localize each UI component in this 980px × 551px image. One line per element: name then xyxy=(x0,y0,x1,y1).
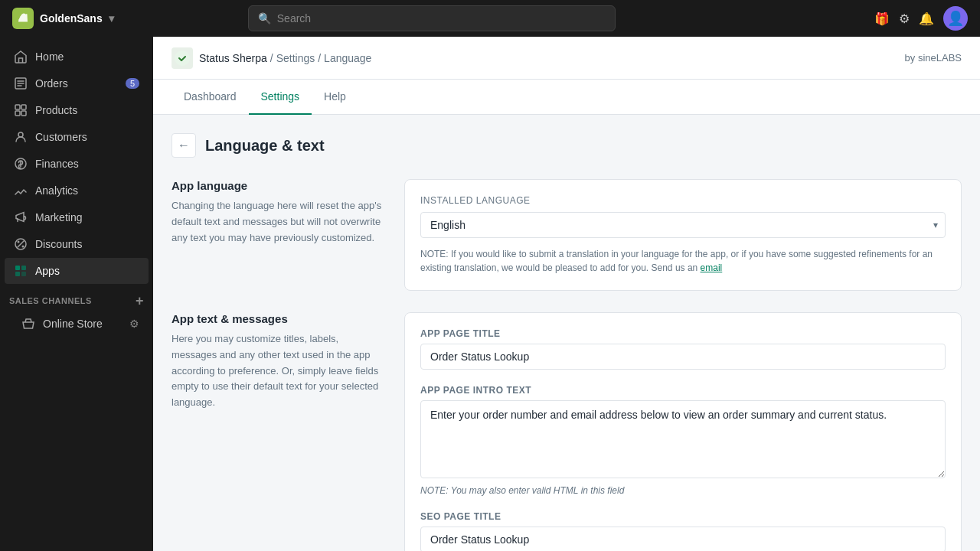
sales-channels-section: SALES CHANNELS + xyxy=(0,285,153,311)
search-container: 🔍 xyxy=(248,5,616,31)
sidebar-item-products[interactable]: Products xyxy=(5,97,149,123)
analytics-icon xyxy=(14,184,28,197)
language-note-text: NOTE: If you would like to submit a tran… xyxy=(420,249,933,273)
svg-rect-9 xyxy=(15,266,20,270)
email-link[interactable]: email xyxy=(701,262,723,273)
notification-icon[interactable]: 🔔 xyxy=(916,8,937,29)
app-page-intro-textarea[interactable]: Enter your order number and email addres… xyxy=(420,400,946,478)
apps-icon xyxy=(14,264,28,278)
topbar-icons: 🎁 ⚙ 🔔 xyxy=(871,8,937,29)
language-select-wrapper: English French German Spanish Dutch ▾ xyxy=(420,212,946,238)
tab-settings[interactable]: Settings xyxy=(249,80,312,115)
app-text-desc: Here you may customize titles, labels, m… xyxy=(172,331,386,411)
svg-rect-2 xyxy=(21,105,26,109)
finances-icon xyxy=(14,157,28,171)
orders-badge: 5 xyxy=(126,78,139,89)
orders-icon xyxy=(14,77,28,90)
topbar: GoldenSans ▾ 🔍 🎁 ⚙ 🔔 👤 xyxy=(0,0,980,37)
search-input[interactable] xyxy=(277,12,606,24)
sidebar-item-finances-label: Finances xyxy=(35,158,79,170)
page-title: Language & text xyxy=(205,137,325,155)
app-page-title-field: APP PAGE TITLE xyxy=(420,328,946,370)
avatar[interactable]: 👤 xyxy=(943,6,968,31)
installed-language-label: Installed language xyxy=(420,195,946,206)
products-icon xyxy=(14,103,28,117)
installed-language-card: Installed language English French German… xyxy=(404,179,962,291)
sidebar-item-marketing[interactable]: Marketing xyxy=(5,204,149,230)
language-select[interactable]: English French German Spanish Dutch xyxy=(420,212,946,238)
app-language-section: App language Changing the language here … xyxy=(172,179,962,291)
breadcrumb-app: Status Sherpa xyxy=(199,52,267,64)
svg-point-13 xyxy=(175,51,190,66)
language-note: NOTE: If you would like to submit a tran… xyxy=(420,247,946,275)
gift-icon[interactable]: 🎁 xyxy=(871,8,893,29)
svg-rect-10 xyxy=(21,266,26,270)
app-page-title-label: APP PAGE TITLE xyxy=(420,328,946,339)
app-page-intro-label: APP PAGE INTRO TEXT xyxy=(420,385,946,396)
app-text-title: App text & messages xyxy=(172,312,386,325)
app-text-card: APP PAGE TITLE APP PAGE INTRO TEXT Enter… xyxy=(404,312,962,551)
sidebar-nav: Home Orders 5 Products Customers xyxy=(0,37,153,551)
dropdown-icon[interactable]: ▾ xyxy=(109,12,114,24)
sidebar-item-discounts[interactable]: Discounts xyxy=(5,231,149,257)
shopify-logo-icon xyxy=(12,8,34,29)
sidebar-item-home[interactable]: Home xyxy=(5,44,149,70)
breadcrumb-sep-2: / xyxy=(318,52,321,64)
customers-icon xyxy=(14,130,28,144)
store-logo[interactable]: GoldenSans ▾ xyxy=(12,8,114,29)
page-header: ← Language & text xyxy=(172,133,962,158)
online-store-label: Online Store xyxy=(43,318,103,330)
sidebar-item-orders-label: Orders xyxy=(35,77,68,90)
discounts-icon xyxy=(14,237,28,251)
app-page-title-input[interactable] xyxy=(420,344,946,370)
topbar-right: 🎁 ⚙ 🔔 👤 xyxy=(871,6,968,31)
svg-rect-11 xyxy=(15,272,20,276)
sidebar-item-apps-label: Apps xyxy=(35,265,60,277)
app-language-title: App language xyxy=(172,179,386,192)
breadcrumb-sep-1: / xyxy=(270,52,273,64)
sidebar-item-orders[interactable]: Orders 5 xyxy=(5,70,149,96)
settings-icon-top[interactable]: ⚙ xyxy=(896,8,913,29)
sidebar-item-finances[interactable]: Finances xyxy=(5,151,149,177)
sidebar-item-analytics-label: Analytics xyxy=(35,184,78,197)
app-header-left: Status Sherpa / Settings / Language xyxy=(172,47,371,69)
sidebar: Home Orders 5 Products Customers xyxy=(0,37,153,551)
app-language-desc: Changing the language here will reset th… xyxy=(172,198,386,246)
svg-rect-3 xyxy=(15,111,20,116)
sidebar-item-marketing-label: Marketing xyxy=(35,211,82,223)
back-button[interactable]: ← xyxy=(172,133,196,158)
online-store-actions: ⚙ xyxy=(129,318,139,330)
breadcrumb-settings: Settings xyxy=(276,52,315,64)
sidebar-item-online-store[interactable]: Online Store ⚙ xyxy=(5,311,149,336)
home-icon xyxy=(14,50,28,64)
search-box[interactable]: 🔍 xyxy=(248,5,616,31)
svg-point-8 xyxy=(22,246,24,248)
sales-channels-label: SALES CHANNELS xyxy=(9,296,92,305)
sidebar-item-home-label: Home xyxy=(35,51,64,63)
status-sherpa-logo xyxy=(172,47,193,69)
sidebar-item-products-label: Products xyxy=(35,104,77,116)
sidebar-item-apps[interactable]: Apps xyxy=(5,258,149,284)
tab-dashboard[interactable]: Dashboard xyxy=(172,80,249,115)
tabs-bar: Dashboard Settings Help xyxy=(153,80,980,115)
store-name: GoldenSans xyxy=(40,12,103,24)
main-content: Status Sherpa / Settings / Language by s… xyxy=(153,37,980,551)
breadcrumb: Status Sherpa / Settings / Language xyxy=(199,52,371,64)
add-sales-channel-button[interactable]: + xyxy=(136,294,144,308)
app-language-description: App language Changing the language here … xyxy=(172,179,386,291)
marketing-icon xyxy=(14,210,28,224)
app-text-section: App text & messages Here you may customi… xyxy=(172,312,962,551)
app-page-intro-field: APP PAGE INTRO TEXT Enter your order num… xyxy=(420,385,946,496)
online-store-icon xyxy=(21,317,35,331)
app-text-description: App text & messages Here you may customi… xyxy=(172,312,386,551)
tab-help[interactable]: Help xyxy=(312,80,358,115)
seo-page-title-input[interactable] xyxy=(420,527,946,551)
seo-page-title-field: SEO PAGE TITLE xyxy=(420,511,946,551)
text-fields-card: APP PAGE TITLE APP PAGE INTRO TEXT Enter… xyxy=(404,312,962,551)
online-store-settings-icon[interactable]: ⚙ xyxy=(129,318,139,330)
app-header: Status Sherpa / Settings / Language by s… xyxy=(153,37,980,80)
app-layout: Home Orders 5 Products Customers xyxy=(0,37,980,551)
sidebar-item-customers[interactable]: Customers xyxy=(5,124,149,150)
search-icon: 🔍 xyxy=(258,12,271,24)
sidebar-item-analytics[interactable]: Analytics xyxy=(5,178,149,204)
